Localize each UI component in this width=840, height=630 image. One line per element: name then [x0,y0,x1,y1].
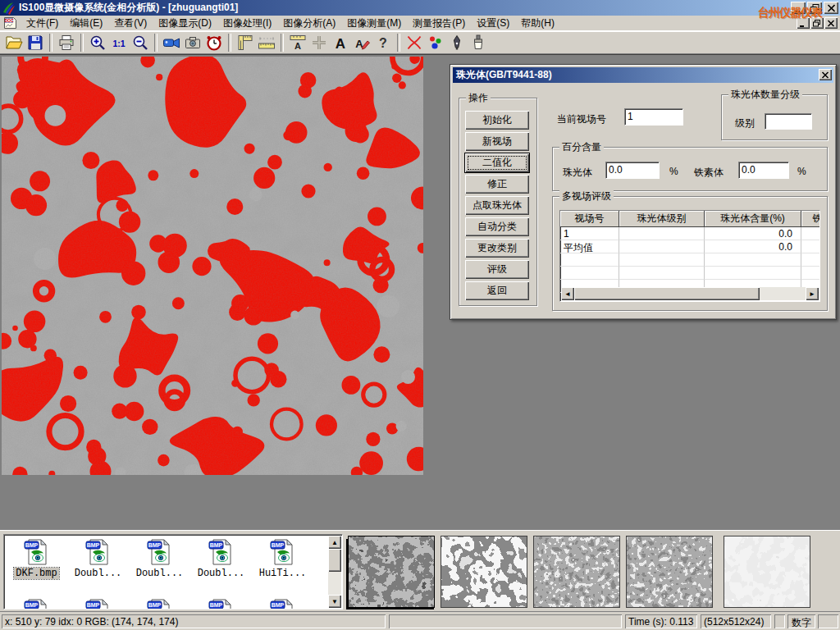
file-item[interactable]: BMP [129,598,190,609]
toolbar-text-edit-button[interactable]: A [351,33,372,52]
menu-item-image-analysis[interactable]: 图像分析(A) [277,15,341,32]
table-row[interactable]: 平均值0.0 [560,240,819,253]
file-item[interactable]: BMPDoubl... [67,538,129,579]
table-cell [560,253,619,267]
file-name: Doubl... [196,568,247,579]
toolbar-open-button[interactable] [3,33,25,52]
toolbar-spline-tool-button[interactable] [404,33,425,52]
level-input[interactable] [765,113,812,130]
toolbar-pen-tool-button[interactable] [446,33,468,52]
dialog-close-icon[interactable] [819,69,832,80]
file-list-scrollbar[interactable]: ▲ ▼ [328,536,341,608]
toolbar-grid-button[interactable] [308,33,330,52]
title-bar: IS100显微摄像系统(金相分析版) - [zhuguangti01] [0,0,840,16]
table-cell [705,253,801,267]
current-field-input[interactable]: 1 [624,108,683,126]
op-button-pick-pearlite[interactable]: 点取珠光体 [465,196,529,215]
op-button-return[interactable]: 返回 [465,281,529,300]
menu-item-image-process[interactable]: 图像处理(I) [217,15,277,32]
toolbar-actual-size-button[interactable]: 1:1 [108,33,130,52]
child-restore-button[interactable] [810,17,824,29]
op-button-new-field[interactable]: 新视场 [465,132,529,151]
thumbnail-4[interactable] [626,536,713,608]
bottom-panel: BMPDKF.bmpBMPDoubl...BMPDoubl...BMPDoubl… [0,530,840,611]
table-row[interactable] [560,267,819,280]
svg-text:BMP: BMP [25,542,38,548]
file-item[interactable]: BMPDoubl... [129,538,190,579]
file-name: DKF.bmp [14,568,58,579]
menu-item-file[interactable]: 文件(F) [21,15,64,32]
multifield-group-label: 多视场评级 [559,190,614,202]
menu-item-measure-report[interactable]: 测量报告(P) [407,15,471,32]
file-item[interactable]: BMP [190,598,252,609]
toolbar-caliper-measure-button[interactable] [235,33,256,52]
file-item[interactable]: BMPDKF.bmp [6,538,67,579]
toolbar-video-capture-button[interactable] [161,33,182,52]
thumbnail-3[interactable] [533,536,620,608]
toolbar-ruler-measure-button[interactable] [256,33,277,52]
menu-item-edit[interactable]: 编辑(E) [64,15,108,32]
svg-text:BMP: BMP [148,602,161,608]
op-button-binarize[interactable]: 二值化 [465,153,529,172]
color-dots-icon [427,34,445,52]
toolbar-zoom-in-button[interactable] [87,33,108,52]
ferrite-percent-input[interactable]: 0.0 [738,162,789,179]
toolbar-save-button[interactable] [25,33,46,52]
toolbar-brush-tool-button[interactable] [468,33,489,52]
table-header-0: 视场号 [560,211,619,227]
thumbnail-2[interactable] [441,536,527,608]
menu-item-help[interactable]: 帮助(H) [515,15,560,32]
close-button[interactable] [824,2,838,14]
toolbar-print-button[interactable] [56,33,77,52]
file-item[interactable]: BMP [67,598,129,609]
toolbar-zoom-out-button[interactable] [130,33,151,52]
table-horizontal-scrollbar[interactable]: ◄ ► [561,287,819,300]
toolbar-classify-points-button[interactable] [425,33,446,52]
menu-item-image-measure[interactable]: 图像测量(M) [341,15,407,32]
scroll-left-icon[interactable]: ◄ [561,287,574,300]
toolbar-timer-button[interactable] [203,33,225,52]
file-item[interactable]: BMPDoubl... [190,538,252,579]
svg-text:A: A [336,36,345,52]
brush-icon [469,34,487,52]
restore-button[interactable] [807,2,822,14]
scroll-right-icon[interactable]: ► [806,287,819,300]
thumbnail-5[interactable] [724,536,810,608]
scroll-up-icon[interactable]: ▲ [328,536,341,549]
specimen-image[interactable] [2,57,423,475]
letter-a-icon: A [331,34,349,52]
bmp-file-icon: BMP [269,598,297,609]
toolbar-measure-label-button[interactable]: A [287,33,308,52]
child-minimize-button[interactable] [797,17,810,29]
file-item[interactable]: BMP [6,598,67,609]
op-button-auto-classify[interactable]: 自动分类 [465,217,529,236]
pearlite-percent-input[interactable]: 0.0 [605,162,660,179]
op-button-change-class[interactable]: 更改类别 [465,239,529,258]
table-cell [705,267,801,280]
bmp-file-icon: BMP [23,538,51,566]
op-button-correct[interactable]: 修正 [465,175,529,194]
toolbar-text-annotate-button[interactable]: A [330,33,351,52]
table-row[interactable] [560,253,819,267]
op-button-initialize[interactable]: 初始化 [465,111,529,130]
bmp-file-icon: BMP [84,598,112,609]
scroll-down-icon[interactable]: ▼ [328,595,341,608]
scrollbar-thumb[interactable] [328,549,341,572]
minimize-button[interactable] [791,2,806,14]
menu-item-image-display[interactable]: 图像显示(D) [153,15,217,32]
svg-text:1:1: 1:1 [112,39,125,48]
toolbar-photo-capture-button[interactable] [182,33,203,52]
file-item[interactable]: BMP [252,598,313,609]
menu-item-settings[interactable]: 设置(S) [471,15,515,32]
menu-item-view[interactable]: 查看(V) [108,15,153,32]
file-item[interactable]: BMPHuiTi... [252,538,313,579]
child-close-button[interactable] [824,17,838,29]
op-button-grade[interactable]: 评级 [465,260,529,279]
thumbnail-1[interactable] [348,536,435,608]
scrollbar-thumb[interactable] [574,287,760,300]
toolbar-separator [154,34,158,52]
toolbar-help-button[interactable]: ? [372,33,394,52]
svg-text:DOC: DOC [4,18,14,23]
table-row[interactable]: 10.0 [560,227,819,240]
table-cell [801,267,820,280]
